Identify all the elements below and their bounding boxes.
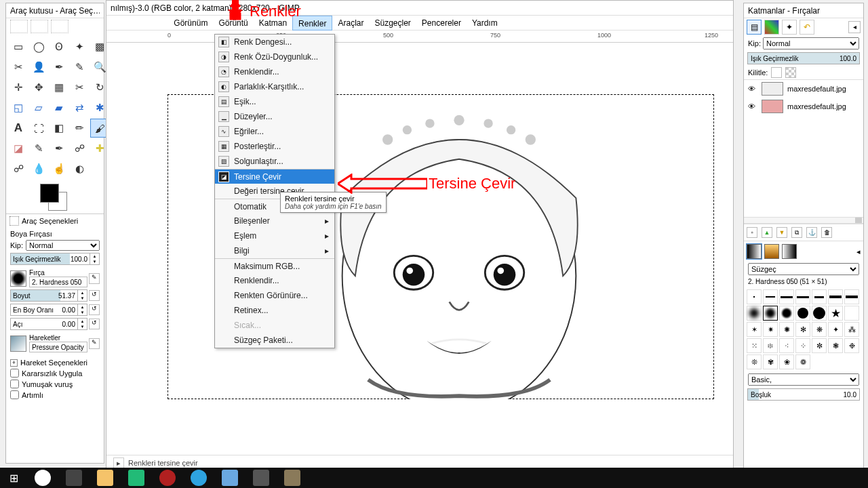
brush-item[interactable]: ❃ <box>828 338 843 353</box>
brush-item[interactable]: ፨ <box>763 338 778 353</box>
airbrush-tool[interactable]: ✎ <box>29 139 48 158</box>
brush-item[interactable]: ✺ <box>779 322 794 337</box>
smudge-tool[interactable]: ☝ <box>50 159 68 178</box>
menu-item-retinex[interactable]: Retinex... <box>215 303 334 318</box>
brush-item[interactable]: ✦ <box>828 322 843 337</box>
perspective-clone-tool[interactable]: ☍ <box>9 159 28 178</box>
align-tool[interactable]: ▦ <box>50 78 68 97</box>
menu-item-colorize[interactable]: ◔Renklendir... <box>215 64 334 79</box>
foreground-select-tool[interactable]: 👤 <box>29 58 48 77</box>
gradient-tool[interactable]: ◧ <box>50 119 68 138</box>
menu-item-levels[interactable]: ▁Düzeyler... <box>215 109 334 124</box>
dynamics-edit-icon[interactable]: ✎ <box>89 338 100 349</box>
brush-item[interactable]: ❉ <box>844 338 859 353</box>
layer-row[interactable]: 👁 maxresdefault.jpg <box>744 98 863 115</box>
ellipse-select-tool[interactable]: ◯ <box>29 37 48 56</box>
opacity-stepper[interactable]: ▲▼ <box>90 253 100 265</box>
measure-tool[interactable]: ✛ <box>9 78 28 97</box>
aspect-stepper[interactable]: ▲▼ <box>78 304 87 316</box>
menu-item-invert[interactable]: ◪Tersine Çevir <box>215 169 334 184</box>
taskbar-opera[interactable] <box>152 468 183 488</box>
patterns-tab-icon[interactable] <box>764 244 779 259</box>
brush-item[interactable] <box>844 289 859 304</box>
size-stepper[interactable]: ▲▼ <box>78 289 87 302</box>
brush-item[interactable]: ✾ <box>763 354 778 369</box>
preset-select[interactable]: Basic, <box>748 373 859 386</box>
brush-name[interactable]: 2. Hardness 050 <box>29 277 87 287</box>
size-reset-icon[interactable]: ↺ <box>89 290 100 301</box>
aspect-reset-icon[interactable]: ↺ <box>89 304 100 315</box>
dodge-burn-tool[interactable]: ◐ <box>70 159 89 178</box>
layer-row[interactable]: 👁 maxresdefault.jpg <box>744 80 863 98</box>
menu-item-curves[interactable]: ∿Eğriler... <box>215 124 334 139</box>
brush-item[interactable] <box>844 306 859 321</box>
brush-item[interactable] <box>828 289 843 304</box>
paths-tool[interactable]: ✒ <box>50 58 68 77</box>
menu-item-color-to-alpha[interactable]: Renkten Görünüre... <box>215 288 334 303</box>
menu-item-max-rgb[interactable]: Maksimum RGB... <box>215 258 334 273</box>
layers-scrollbar[interactable] <box>744 217 863 224</box>
aspect-slider[interactable]: En Boy Oranı0.00 <box>10 304 78 316</box>
perspective-tool[interactable]: ▰ <box>50 98 68 117</box>
opacity-slider[interactable]: Işık Geçirmezlik100.0 <box>10 253 90 265</box>
blur-tool[interactable]: 💧 <box>29 159 48 178</box>
angle-stepper[interactable]: ▲▼ <box>78 318 87 330</box>
bucket-fill-tool[interactable]: ⛶ <box>29 119 48 138</box>
lock-alpha-icon[interactable] <box>785 67 796 78</box>
ink-tool[interactable]: ✒ <box>50 139 68 158</box>
size-slider[interactable]: Boyut51.37 <box>10 289 78 302</box>
brush-item[interactable]: ✼ <box>812 338 827 353</box>
brush-item[interactable] <box>812 306 827 321</box>
taskbar-app[interactable] <box>245 468 277 488</box>
brush-edit-icon[interactable]: ✎ <box>89 273 100 284</box>
taskbar-taskview[interactable] <box>58 468 90 488</box>
brush-item[interactable] <box>795 306 810 321</box>
brush-item[interactable]: ❀ <box>779 354 794 369</box>
menu-item-hue-saturation[interactable]: ◑Renk Özü-Doygunluk... <box>215 49 334 64</box>
layer-up-icon[interactable]: ▲ <box>762 227 772 238</box>
color-picker-tool[interactable]: ✎ <box>70 58 89 77</box>
menu-item-info[interactable]: Bilgi▸ <box>215 243 334 258</box>
brush-preview-icon[interactable] <box>10 270 26 287</box>
expand-icon[interactable]: + <box>10 359 18 367</box>
taskbar-search[interactable] <box>27 468 58 488</box>
menu-item-map[interactable]: Eşlem▸ <box>215 228 334 243</box>
taskbar-explorer[interactable] <box>90 468 121 488</box>
shear-tool[interactable]: ▱ <box>29 98 48 117</box>
move-tool[interactable]: ✥ <box>29 78 48 97</box>
duplicate-layer-icon[interactable]: ⧉ <box>791 227 802 238</box>
mode-select[interactable]: Normal <box>26 240 100 251</box>
taskbar-gimp[interactable] <box>277 468 308 488</box>
brush-item[interactable]: ✷ <box>763 322 778 337</box>
eraser-tool[interactable]: ◪ <box>9 139 28 158</box>
configure-icon[interactable] <box>9 216 19 226</box>
pencil-tool[interactable]: ✏ <box>70 119 89 138</box>
brush-item[interactable]: ⁂ <box>844 322 859 337</box>
brush-item[interactable]: ★ <box>828 306 843 321</box>
menu-item-color-balance[interactable]: ◧Renk Dengesi... <box>215 35 334 49</box>
menu-suzgecler[interactable]: Süzgeçler <box>369 16 416 30</box>
layer-opacity-slider[interactable]: Işık Geçirmezlik100.0 <box>747 52 860 64</box>
brush-item[interactable] <box>763 306 778 321</box>
incremental-checkbox[interactable] <box>10 390 19 399</box>
scale-tool[interactable]: ◱ <box>9 98 28 117</box>
menu-pencereler[interactable]: Pencereler <box>416 16 467 30</box>
brush-item[interactable]: ❋ <box>812 322 827 337</box>
brush-item[interactable]: ⁖ <box>779 338 794 353</box>
menu-item-posterize[interactable]: ▦Posterleştir... <box>215 139 334 154</box>
layer-down-icon[interactable]: ▼ <box>776 227 787 238</box>
dynamics-name[interactable]: Pressure Opacity <box>29 342 87 352</box>
filter-select[interactable]: Süzgeç <box>748 263 859 275</box>
menu-yardim[interactable]: Yardım <box>467 16 503 30</box>
scissors-tool[interactable]: ✂ <box>9 58 28 77</box>
brushes-tab-icon[interactable] <box>747 244 762 259</box>
angle-reset-icon[interactable]: ↺ <box>89 319 100 329</box>
angle-slider[interactable]: Açı0.00 <box>10 318 78 330</box>
paths-tab-icon[interactable]: ✦ <box>782 20 797 35</box>
brush-item[interactable]: ❁ <box>795 354 810 369</box>
start-button[interactable]: ⊞ <box>0 468 27 488</box>
flip-tool[interactable]: ⇄ <box>70 98 89 117</box>
brush-item[interactable]: ⁘ <box>795 338 810 353</box>
color-swatches[interactable] <box>36 184 104 211</box>
taskbar-notepad[interactable] <box>214 468 245 488</box>
